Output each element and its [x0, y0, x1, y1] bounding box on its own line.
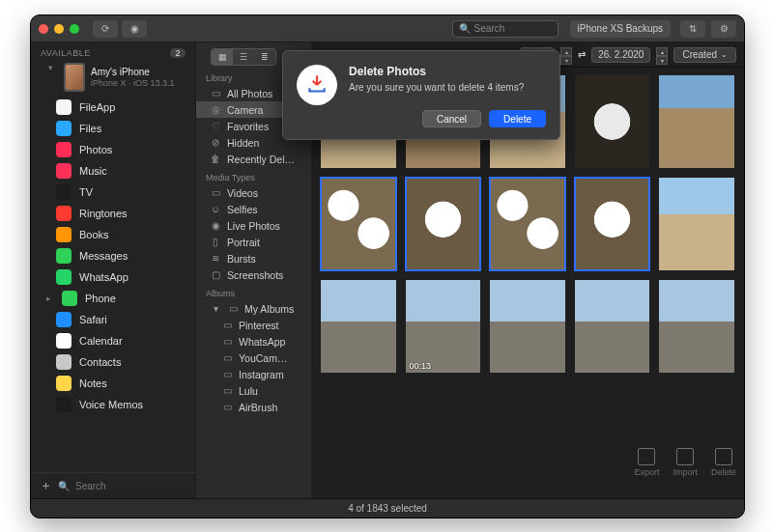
photo-thumbnail[interactable]	[406, 178, 481, 270]
library-item-videos[interactable]: ▭Videos	[196, 184, 311, 201]
chevron-down-icon[interactable]: ▾	[46, 63, 54, 72]
library-item-portrait[interactable]: ▯Portrait	[196, 234, 311, 250]
library-item-recently-del-[interactable]: 🗑Recently Del…	[196, 151, 311, 167]
library-item-selfies[interactable]: ☺Selfies	[196, 201, 311, 217]
sidebar-app-notes[interactable]: Notes	[31, 373, 195, 394]
sidebar-app-whatsapp[interactable]: WhatsApp	[31, 266, 195, 288]
transfers-button[interactable]: ⇅	[680, 20, 705, 38]
refresh-button[interactable]: ⟳	[93, 20, 118, 38]
library-item-pinterest[interactable]: ▭Pinterest	[196, 317, 311, 333]
date-range-separator-icon: ⇄	[578, 49, 586, 60]
import-action[interactable]: Import	[673, 448, 698, 477]
close-window-button[interactable]	[39, 24, 48, 34]
export-action[interactable]: Export	[634, 448, 659, 477]
sidebar-app-calendar[interactable]: Calendar	[31, 330, 195, 351]
library-item-instagram[interactable]: ▭Instagram	[196, 366, 311, 382]
maximize-window-button[interactable]	[70, 24, 79, 34]
device-row[interactable]: ▾ Amy's iPhone iPhone X · iOS 13.3.1	[31, 60, 195, 95]
selfie-icon: ☺	[210, 204, 221, 215]
photo-thumbnail[interactable]	[321, 280, 396, 373]
sidebar-section-available: AVAILABLE	[41, 48, 91, 58]
sidebar-app-phone[interactable]: ▸Phone	[31, 288, 195, 309]
library-item-live-photos[interactable]: ◉Live Photos	[196, 217, 311, 234]
app-window: ⟳ ◉ 🔍 Search iPhone XS Backups ⇅ ⚙ AVAIL…	[30, 14, 745, 518]
library-item-label: Pinterest	[239, 320, 278, 331]
sidebar-app-tv[interactable]: TV	[31, 182, 195, 203]
sidebar-app-voice-memos[interactable]: Voice Memos	[31, 394, 195, 415]
app-label: FileApp	[79, 101, 115, 113]
chevron-down-icon[interactable]: ▾	[210, 303, 221, 315]
sidebar-app-photos[interactable]: Photos	[31, 139, 195, 160]
app-label: Ringtones	[79, 208, 128, 219]
app-icon	[56, 163, 72, 179]
app-icon	[56, 269, 72, 285]
sidebar-app-ringtones[interactable]: Ringtones	[31, 203, 195, 224]
dialog-app-icon	[297, 65, 337, 105]
chevron-right-icon[interactable]: ▸	[44, 294, 52, 303]
photo-thumbnail[interactable]	[659, 178, 734, 270]
folder-icon: ▭	[221, 352, 233, 364]
photo-thumbnail[interactable]	[659, 75, 734, 168]
add-button[interactable]: ＋	[39, 477, 52, 494]
device-backups-button[interactable]: iPhone XS Backups	[570, 20, 671, 38]
photo-thumbnail[interactable]	[575, 75, 650, 168]
screenshot-icon: ▢	[210, 269, 221, 281]
library-section: Albums	[196, 283, 311, 300]
sidebar-app-fileapp[interactable]: FileApp	[31, 97, 195, 118]
photo-thumbnail[interactable]	[659, 280, 734, 373]
app-icon	[62, 291, 77, 306]
detail-view-button[interactable]: ≣	[254, 49, 275, 65]
date-to-stepper[interactable]: ▴▾	[656, 47, 668, 63]
burst-icon: ≋	[210, 253, 221, 265]
folder-icon: ▭	[210, 88, 221, 99]
library-item-youcam-[interactable]: ▭YouCam…	[196, 350, 311, 366]
video-duration-badge: 00:13	[410, 361, 432, 371]
library-item-label: Recently Del…	[227, 154, 295, 165]
sidebar-app-music[interactable]: Music	[31, 160, 195, 182]
delete-action[interactable]: Delete	[711, 448, 736, 477]
action-label: Export	[634, 467, 659, 477]
sort-label: Created	[682, 49, 717, 60]
settings-button[interactable]: ⚙	[711, 20, 736, 38]
library-item-screenshots[interactable]: ▢Screenshots	[196, 266, 311, 283]
app-icon	[56, 333, 72, 349]
library-item-whatsapp[interactable]: ▭WhatsApp	[196, 333, 311, 350]
library-item-label: My Albums	[244, 303, 294, 315]
library-item-label: Videos	[227, 187, 258, 199]
grid-view-button[interactable]: ▦	[212, 49, 233, 65]
sort-dropdown[interactable]: Created ⌄	[673, 47, 736, 63]
library-item-airbrush[interactable]: ▭AirBrush	[196, 399, 311, 415]
photo-thumbnail[interactable]	[490, 178, 565, 270]
date-from-stepper[interactable]: ▴▾	[560, 47, 572, 63]
preview-button[interactable]: ◉	[122, 20, 147, 38]
sidebar-search-icon: 🔍	[58, 481, 70, 491]
photo-thumbnail[interactable]: 00:13	[406, 280, 481, 373]
minimize-window-button[interactable]	[54, 24, 64, 34]
sidebar-app-files[interactable]: Files	[31, 118, 195, 139]
folder-icon: ▭	[221, 402, 233, 413]
sidebar-app-contacts[interactable]: Contacts	[31, 351, 195, 373]
view-mode-segmented[interactable]: ▦ ☰ ≣	[211, 48, 276, 66]
photo-thumbnail[interactable]	[490, 280, 565, 373]
library-item-label: WhatsApp	[239, 336, 285, 348]
app-icon	[56, 227, 72, 242]
device-thumbnail	[64, 63, 85, 92]
library-item-my-albums[interactable]: ▾▭My Albums	[196, 300, 311, 317]
sidebar-search-input[interactable]: Search	[75, 481, 187, 491]
sidebar-app-safari[interactable]: Safari	[31, 309, 195, 330]
date-to-field[interactable]: 26. 2.2020	[591, 47, 650, 63]
cancel-button[interactable]: Cancel	[422, 110, 481, 127]
global-search-input[interactable]: 🔍 Search	[452, 20, 558, 38]
list-view-button[interactable]: ☰	[233, 49, 254, 65]
library-item-lulu[interactable]: ▭Lulu	[196, 382, 311, 399]
photo-thumbnail[interactable]	[321, 178, 396, 270]
library-item-label: Live Photos	[227, 220, 280, 232]
dialog-title: Delete Photos	[349, 65, 546, 78]
library-item-bursts[interactable]: ≋Bursts	[196, 250, 311, 266]
sidebar-app-messages[interactable]: Messages	[31, 245, 195, 266]
delete-button[interactable]: Delete	[489, 110, 546, 127]
photo-thumbnail[interactable]	[575, 178, 650, 270]
sidebar-app-books[interactable]: Books	[31, 224, 195, 245]
photo-thumbnail[interactable]	[575, 280, 650, 373]
search-icon: 🔍	[459, 23, 471, 34]
